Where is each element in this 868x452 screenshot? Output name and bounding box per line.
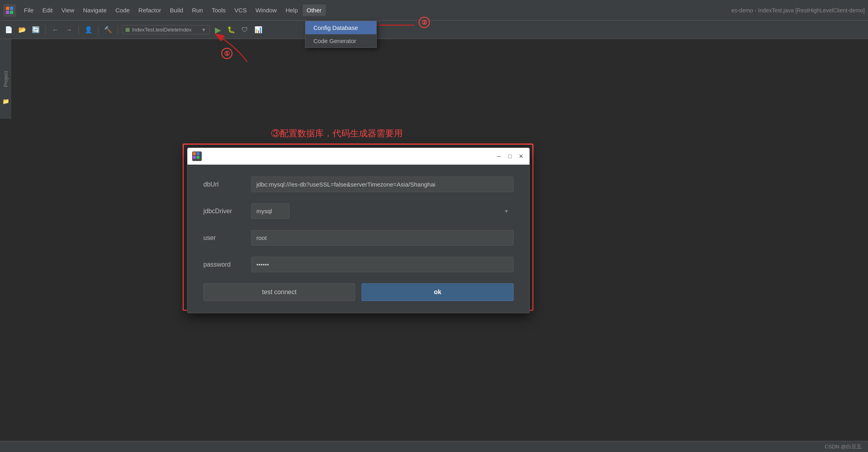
statusbar: CSDN @白豆五 — [0, 441, 868, 452]
menu-vcs[interactable]: VCS — [230, 4, 251, 16]
menu-code-generator[interactable]: Code Generator — [305, 34, 376, 47]
separator-4 — [118, 26, 118, 34]
profile-btn[interactable]: 📊 — [253, 24, 264, 35]
menu-window[interactable]: Window — [252, 4, 281, 16]
svg-rect-7 — [193, 152, 196, 155]
new-file-btn[interactable]: 📄 — [3, 24, 14, 35]
svg-rect-2 — [6, 11, 9, 14]
password-label: password — [203, 261, 251, 268]
side-panel-icon-bottom[interactable]: 📁 — [0, 96, 11, 107]
separator-1 — [45, 26, 46, 34]
annotation-circle-2: ② — [419, 17, 430, 28]
password-field: password — [203, 257, 514, 272]
side-panel: Project — [0, 39, 11, 119]
annotation-circle-1: ① — [221, 48, 232, 59]
menu-other[interactable]: Other — [303, 4, 326, 16]
app-logo — [3, 4, 16, 17]
dialog-maximize-btn[interactable]: □ — [506, 153, 514, 160]
dburl-field: dbUrl — [203, 177, 514, 192]
svg-rect-1 — [10, 7, 13, 10]
dburl-label: dbUrl — [203, 181, 251, 188]
test-connect-button[interactable]: test connect — [203, 283, 355, 301]
menu-build[interactable]: Build — [166, 4, 187, 16]
ok-button[interactable]: ok — [362, 283, 514, 301]
dialog-window-controls: ─ □ ✕ — [495, 153, 525, 160]
jdbcdriver-field: jdbcDriver mysql postgresql oracle sqlse… — [203, 203, 514, 219]
jdbcdriver-select-wrapper: mysql postgresql oracle sqlserver — [251, 203, 514, 219]
svg-rect-0 — [6, 7, 9, 10]
dialog-minimize-btn[interactable]: ─ — [495, 153, 502, 160]
svg-rect-9 — [193, 156, 196, 159]
menu-config-database[interactable]: Config Database — [305, 21, 376, 34]
window-title: es-demo - IndexTest.java [RestHighLevelC… — [731, 7, 865, 14]
run-config-label: IndexTest.testDeleteIndex — [132, 27, 192, 33]
config-dropdown-arrow: ▼ — [201, 27, 206, 33]
config-database-dialog: ─ □ ✕ dbUrl jdbcDriver mysql postgresql … — [187, 147, 530, 313]
run-config-selector[interactable]: IndexTest.testDeleteIndex ▼ — [122, 25, 210, 34]
menu-refactor[interactable]: Refactor — [134, 4, 165, 16]
password-input[interactable] — [251, 257, 514, 272]
menu-tools[interactable]: Tools — [208, 4, 230, 16]
debug-btn[interactable]: 🐛 — [226, 24, 237, 35]
separator-3 — [98, 26, 98, 34]
dialog-app-logo — [192, 151, 202, 161]
toolbar: 📄 📂 🔄 ← → 👤 🔨 IndexTest.testDeleteIndex … — [0, 21, 868, 39]
jdbcdriver-label: jdbcDriver — [203, 208, 251, 215]
user-input[interactable] — [251, 230, 514, 246]
dialog-buttons: test connect ok — [203, 283, 514, 301]
svg-rect-3 — [10, 11, 13, 14]
svg-rect-8 — [197, 152, 199, 155]
back-btn[interactable]: ← — [50, 24, 61, 35]
separator-2 — [79, 26, 79, 34]
jdbcdriver-select[interactable]: mysql postgresql oracle sqlserver — [251, 203, 289, 219]
menu-run[interactable]: Run — [188, 4, 207, 16]
project-label[interactable]: Project — [3, 71, 9, 87]
coverage-btn[interactable]: 🛡 — [239, 24, 250, 35]
annotation-2: ② — [419, 17, 430, 28]
user-field: user — [203, 230, 514, 246]
other-dropdown-menu: Config Database Code Generator — [305, 21, 377, 48]
menu-navigate[interactable]: Navigate — [79, 4, 110, 16]
annotation-1: ① — [221, 48, 232, 59]
dialog-close-btn[interactable]: ✕ — [518, 153, 525, 160]
menu-code[interactable]: Code — [111, 4, 134, 16]
statusbar-text: CSDN @白豆五 — [825, 443, 862, 450]
vcs-btn[interactable]: 👤 — [83, 24, 94, 35]
menu-edit[interactable]: Edit — [38, 4, 57, 16]
menu-help[interactable]: Help — [281, 4, 302, 16]
menubar: File Edit View Navigate Code Refactor Bu… — [0, 0, 868, 21]
svg-rect-10 — [197, 156, 199, 159]
refactor-btn[interactable]: 🔨 — [102, 24, 114, 35]
open-btn[interactable]: 📂 — [17, 24, 28, 35]
forward-btn[interactable]: → — [63, 24, 75, 35]
sync-btn[interactable]: 🔄 — [30, 24, 41, 35]
user-label: user — [203, 234, 251, 242]
menu-view[interactable]: View — [57, 4, 78, 16]
dialog-titlebar: ─ □ ✕ — [187, 148, 529, 165]
dburl-input[interactable] — [251, 177, 514, 192]
config-dot — [126, 28, 130, 32]
dialog-body: dbUrl jdbcDriver mysql postgresql oracle… — [187, 165, 529, 313]
run-button[interactable]: ▶ — [212, 24, 223, 35]
annotation-3-text: ③配置数据库，代码生成器需要用 — [271, 128, 403, 140]
menu-file[interactable]: File — [20, 4, 37, 16]
